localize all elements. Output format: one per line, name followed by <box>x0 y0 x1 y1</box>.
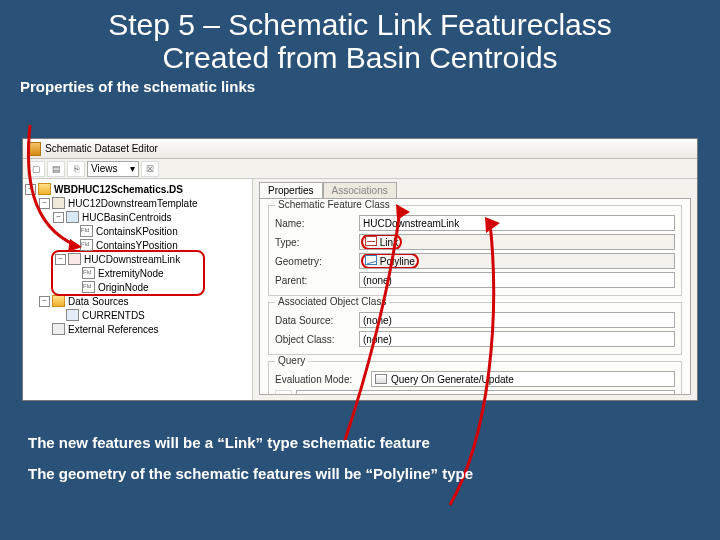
tree-node-field-1[interactable]: ContainsKPosition <box>25 224 250 238</box>
tab-properties[interactable]: Properties <box>259 182 323 198</box>
collapse-icon[interactable]: − <box>25 184 36 195</box>
link-icon <box>68 253 81 265</box>
collapse-icon[interactable]: − <box>39 296 50 307</box>
link-type-icon <box>365 236 377 246</box>
toolbar-btn-3[interactable]: ⎘ <box>67 161 85 177</box>
oc-field[interactable]: (none) <box>359 331 675 347</box>
field-icon <box>80 239 93 251</box>
caption-top: Properties of the schematic links <box>0 74 720 95</box>
geometry-label: Geometry: <box>275 256 353 267</box>
tree-link-class-label: HUCDownstreamLink <box>84 254 180 265</box>
tree-node-field-2-label: ContainsYPosition <box>96 240 178 251</box>
external-icon <box>52 323 65 335</box>
toolbar: ▢ ▤ ⎘ Views ▾ ☒ <box>23 159 697 179</box>
toolbar-btn-2[interactable]: ▤ <box>47 161 65 177</box>
query-text[interactable]: SELECT * FROM HUCBasinCentroids <box>296 390 675 395</box>
field-icon <box>80 225 93 237</box>
tree-link-field-2[interactable]: OriginNode <box>55 280 201 294</box>
name-value: HUCDownstreamLink <box>363 218 459 229</box>
tree-current-ds-label: CURRENTDS <box>82 310 145 321</box>
geometry-highlight: Polyline <box>363 255 417 267</box>
window-title-text: Schematic Dataset Editor <box>45 143 158 154</box>
template-icon <box>52 197 65 209</box>
query-builder-button[interactable]: ✎ <box>275 390 292 395</box>
tree-link-field-1[interactable]: ExtremityNode <box>55 266 201 280</box>
group-schematic-feature-class: Schematic Feature Class Name: HUCDownstr… <box>268 205 682 296</box>
tree-root[interactable]: − WBDHUC12Schematics.DS <box>25 182 250 196</box>
tab-panel: Schematic Feature Class Name: HUCDownstr… <box>259 198 691 395</box>
folder-icon <box>52 295 65 307</box>
tree-data-sources-label: Data Sources <box>68 296 129 307</box>
field-icon <box>82 281 95 293</box>
tree-pane[interactable]: − WBDHUC12Schematics.DS − HUC12Downstrea… <box>23 179 253 400</box>
tabs: Properties Associations <box>259 182 691 198</box>
type-label: Type: <box>275 237 353 248</box>
field-icon <box>82 267 95 279</box>
parent-field[interactable]: (none) <box>359 272 675 288</box>
polyline-icon <box>365 255 377 265</box>
collapse-icon[interactable]: − <box>53 212 64 223</box>
eval-field[interactable]: Query On Generate/Update <box>371 371 675 387</box>
collapse-icon[interactable]: − <box>39 198 50 209</box>
group-associated-object-class: Associated Object Class Data Source: (no… <box>268 302 682 355</box>
group-query-title: Query <box>275 355 308 366</box>
group-sfc-title: Schematic Feature Class <box>275 199 393 210</box>
tree-node-field-1-label: ContainsKPosition <box>96 226 178 237</box>
chevron-down-icon: ▾ <box>130 163 135 174</box>
tree-link-field-2-label: OriginNode <box>98 282 149 293</box>
group-query: Query Evaluation Mode: Query On Generate… <box>268 361 682 395</box>
tree-template[interactable]: − HUC12DownstreamTemplate <box>25 196 250 210</box>
toolbar-btn-1[interactable]: ▢ <box>27 161 45 177</box>
dataset-icon <box>38 183 51 195</box>
schematic-editor-window: Schematic Dataset Editor ▢ ▤ ⎘ Views ▾ ☒… <box>22 138 698 401</box>
tree-data-sources[interactable]: − Data Sources <box>25 294 250 308</box>
type-highlight: Link <box>363 236 400 248</box>
toolbar-views-label: Views <box>91 163 118 174</box>
tree-ext-ref-label: External References <box>68 324 159 335</box>
tab-associations[interactable]: Associations <box>323 182 397 198</box>
tree-template-label: HUC12DownstreamTemplate <box>68 198 198 209</box>
title-line-1: Step 5 – Schematic Link Featureclass <box>108 8 612 41</box>
tree-root-label: WBDHUC12Schematics.DS <box>54 184 183 195</box>
ds-value: (none) <box>363 315 392 326</box>
tree-node-field-2[interactable]: ContainsYPosition <box>25 238 250 252</box>
caption-bottom: The geometry of the schematic features w… <box>0 451 720 482</box>
properties-pane: Properties Associations Schematic Featur… <box>253 179 697 400</box>
slide-title: Step 5 – Schematic Link Featureclass Cre… <box>0 0 720 74</box>
name-field[interactable]: HUCDownstreamLink <box>359 215 675 231</box>
eval-label: Evaluation Mode: <box>275 374 365 385</box>
title-line-2: Created from Basin Centroids <box>162 41 557 74</box>
group-aoc-title: Associated Object Class <box>275 296 389 307</box>
tree-link-field-1-label: ExtremityNode <box>98 268 164 279</box>
tree-ext-ref[interactable]: External References <box>25 322 250 336</box>
oc-label: Object Class: <box>275 334 353 345</box>
name-label: Name: <box>275 218 353 229</box>
tree-link-class[interactable]: − HUCDownstreamLink <box>55 252 201 266</box>
geometry-field: Polyline <box>359 253 675 269</box>
tree-node-class[interactable]: − HUCBasinCentroids <box>25 210 250 224</box>
type-field: Link <box>359 234 675 250</box>
collapse-icon[interactable]: − <box>55 254 66 265</box>
ds-label: Data Source: <box>275 315 353 326</box>
tree-link-highlight: − HUCDownstreamLink ExtremityNode Origin… <box>53 252 203 294</box>
tree-node-class-label: HUCBasinCentroids <box>82 212 171 223</box>
database-icon <box>66 309 79 321</box>
caption-middle: The new features will be a “Link” type s… <box>0 428 720 451</box>
window-titlebar: Schematic Dataset Editor <box>23 139 697 159</box>
parent-label: Parent: <box>275 275 353 286</box>
app-icon <box>27 142 41 156</box>
eval-value: Query On Generate/Update <box>391 374 514 385</box>
node-icon <box>66 211 79 223</box>
toolbar-btn-4[interactable]: ☒ <box>141 161 159 177</box>
ds-field[interactable]: (none) <box>359 312 675 328</box>
query-mode-icon <box>375 374 387 384</box>
type-value: Link <box>380 237 398 248</box>
oc-value: (none) <box>363 334 392 345</box>
toolbar-views-select[interactable]: Views ▾ <box>87 161 139 177</box>
parent-value: (none) <box>363 275 392 286</box>
geometry-value: Polyline <box>380 256 415 267</box>
tree-current-ds[interactable]: CURRENTDS <box>25 308 250 322</box>
